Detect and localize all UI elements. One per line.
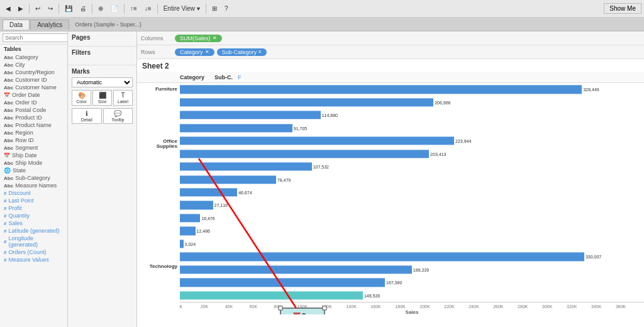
fit-btn[interactable]: ⊞	[209, 4, 220, 13]
sort-asc-btn[interactable]: ↑≡	[127, 4, 140, 13]
field-item[interactable]: AbcSegment	[0, 144, 67, 152]
field-item[interactable]: AbcProduct Name	[0, 121, 67, 129]
tables-header: Tables	[0, 45, 67, 53]
field-item[interactable]: #Measure Values	[0, 256, 67, 263]
bar-value-label: 206,966	[435, 100, 450, 104]
marks-detail-btn[interactable]: ℹ Detail	[72, 108, 102, 124]
col-header-filter[interactable]: F	[238, 74, 242, 80]
marks-tooltip-btn[interactable]: 💬 Tooltip	[103, 108, 133, 124]
field-item[interactable]: AbcProduct ID	[0, 114, 67, 121]
bar-row: 149,528	[180, 289, 644, 302]
bar-value-label: 16,476	[201, 216, 214, 220]
field-item[interactable]: AbcRegion	[0, 129, 67, 136]
field-item[interactable]: #Quantity	[0, 212, 67, 219]
marks-color-btn[interactable]: 🎨 Color	[72, 90, 91, 106]
rows-label: Rows	[141, 49, 172, 55]
cat-label-cell	[137, 124, 180, 138]
field-item[interactable]: AbcCategory	[0, 53, 67, 61]
field-type-icon: #	[4, 221, 6, 226]
forward-btn[interactable]: ▶	[15, 4, 26, 13]
field-item[interactable]: AbcSub-Category	[0, 174, 67, 182]
cat-label-cell	[137, 151, 180, 165]
field-item[interactable]: AbcRow ID	[0, 136, 67, 144]
field-item[interactable]: AbcOrder ID	[0, 99, 67, 106]
undo-btn[interactable]: ↩	[32, 4, 43, 13]
field-item[interactable]: AbcCity	[0, 61, 67, 69]
connect-btn[interactable]: ⊕	[95, 4, 106, 13]
view-dropdown[interactable]: Entire View ▾	[160, 4, 203, 13]
marks-size-btn[interactable]: ⬛ Size	[92, 90, 112, 106]
field-type-icon: Abc	[4, 77, 13, 83]
save-btn[interactable]: 💾	[62, 4, 75, 13]
x-tick: 140K	[346, 304, 356, 309]
field-item[interactable]: AbcMeasure Names	[0, 182, 67, 189]
field-item[interactable]: 📅Ship Date	[0, 152, 67, 159]
columns-shelf: Columns SUM(Sales) ✕	[137, 31, 644, 45]
field-item[interactable]: #Latitude (generated)	[0, 227, 67, 235]
columns-label: Columns	[141, 35, 172, 42]
field-type-icon: Abc	[4, 115, 13, 121]
pages-title: Pages	[72, 34, 133, 41]
new-sheet-btn[interactable]: 📄	[108, 4, 121, 13]
category-main-label: OfficeSupplies	[157, 139, 177, 150]
field-name: Order Date	[12, 92, 40, 98]
cat-label-cell	[137, 178, 180, 192]
field-item[interactable]: #Orders (Count)	[0, 248, 67, 256]
bar-row: 12,486	[180, 224, 644, 237]
field-item[interactable]: 📅Order Date	[0, 91, 67, 99]
field-item[interactable]: AbcPostal Code	[0, 106, 67, 114]
marks-label-btn[interactable]: T Label	[113, 90, 133, 106]
main-layout: 🔍 ▼ ☰ Tables AbcCategoryAbcCityAbcCountr…	[0, 31, 644, 327]
field-item[interactable]: AbcCustomer Name	[0, 84, 67, 91]
field-item[interactable]: #Discount	[0, 189, 67, 197]
tab-analytics[interactable]: Analytics	[30, 19, 69, 30]
bar-row: 3,024	[180, 238, 644, 250]
back-btn[interactable]: ◀	[3, 4, 14, 13]
x-tick: 200K	[419, 304, 430, 309]
field-name: Longitude (generated)	[8, 235, 64, 248]
search-row: 🔍 ▼ ☰	[0, 31, 67, 45]
show-me-button[interactable]: Show Me	[604, 3, 641, 14]
rows-pill-category[interactable]: Category ✕	[175, 48, 214, 56]
x-tick: 360K	[616, 304, 626, 309]
rows-pill-subcat-label: Sub-Category	[222, 49, 257, 55]
field-item[interactable]: 🌐State	[0, 167, 67, 174]
sep3	[92, 4, 92, 14]
redo-btn[interactable]: ↪	[45, 4, 56, 13]
bar	[180, 124, 292, 132]
print-btn[interactable]: 🖨	[77, 4, 89, 13]
columns-pill[interactable]: SUM(Sales) ✕	[175, 35, 222, 42]
field-item[interactable]: #Last Point	[0, 197, 67, 204]
field-type-icon: Abc	[4, 108, 13, 113]
cat-label-cell: Furniture	[137, 83, 180, 97]
field-item[interactable]: AbcCountry/Region	[0, 69, 67, 76]
field-item[interactable]: #Sales	[0, 219, 67, 227]
field-item[interactable]: #Profit	[0, 204, 67, 212]
columns-pill-close[interactable]: ✕	[213, 35, 217, 41]
bar-value-label: 189,239	[413, 267, 429, 272]
field-type-icon: Abc	[4, 145, 13, 151]
tooltip-btn[interactable]: ?	[221, 4, 231, 13]
datasource-label[interactable]: Orders (Sample - Super...)	[75, 21, 142, 28]
field-type-icon: Abc	[4, 160, 13, 166]
field-name: Measure Values	[8, 257, 48, 263]
cat-label-cell	[137, 110, 180, 124]
bar-row: 223,844	[180, 135, 644, 147]
bar	[180, 214, 200, 222]
tab-data[interactable]: Data	[3, 19, 30, 30]
rows-pill-subcategory[interactable]: Sub-Category ≡	[217, 48, 267, 56]
field-name: Orders (Count)	[8, 249, 46, 255]
sort-desc-btn[interactable]: ↓≡	[142, 4, 155, 13]
bar-row: 328,449	[180, 83, 644, 96]
search-input[interactable]	[3, 33, 68, 42]
rows-pill-cat-close[interactable]: ✕	[205, 49, 209, 55]
bar	[180, 201, 213, 209]
field-type-icon: 📅	[4, 92, 10, 98]
x-tick: 320K	[567, 304, 577, 309]
marks-type-dropdown[interactable]: Automatic	[72, 77, 133, 87]
field-item[interactable]: #Longitude (generated)	[0, 235, 67, 248]
field-item[interactable]: AbcCustomer ID	[0, 76, 67, 84]
field-item[interactable]: AbcShip Mode	[0, 159, 67, 167]
rows-pill-subcat-sort[interactable]: ≡	[258, 49, 262, 55]
field-type-icon: #	[4, 250, 6, 255]
